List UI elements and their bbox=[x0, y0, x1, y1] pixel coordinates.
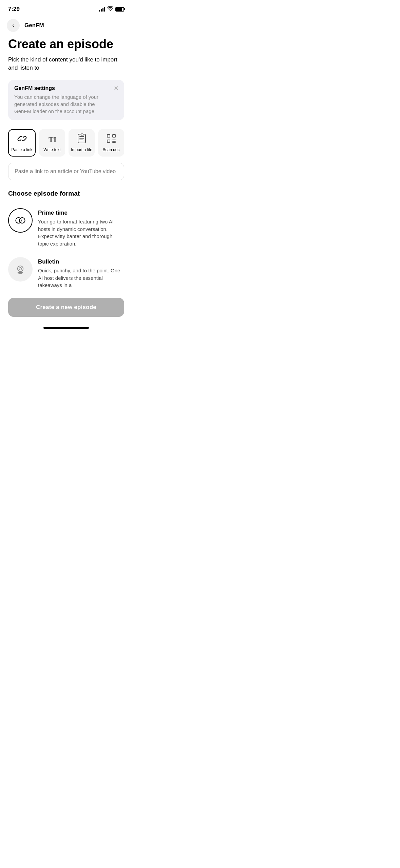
svg-rect-5 bbox=[81, 134, 83, 136]
prime-time-icon-wrap bbox=[8, 208, 33, 233]
bulletin-info: Bulletin Quick, punchy, and to the point… bbox=[38, 257, 124, 288]
svg-point-14 bbox=[18, 266, 23, 271]
paste-link-label: Paste a link bbox=[11, 147, 32, 152]
prime-time-info: Prime time Your go-to format featuring t… bbox=[38, 208, 124, 248]
status-icons bbox=[99, 6, 124, 12]
settings-banner: GenFM settings You can change the langua… bbox=[8, 80, 124, 120]
nav-title: GenFM bbox=[24, 22, 44, 29]
svg-rect-8 bbox=[107, 140, 110, 143]
back-button[interactable]: ‹ bbox=[7, 19, 20, 32]
bulletin-desc: Quick, punchy, and to the point. One AI … bbox=[38, 267, 124, 288]
scan-doc-button[interactable]: Scan doc bbox=[98, 129, 124, 157]
page-title: Create an episode bbox=[8, 37, 124, 51]
episode-format-title: Choose episode format bbox=[8, 190, 124, 197]
back-chevron-icon: ‹ bbox=[12, 22, 14, 29]
nav-bar: ‹ GenFM bbox=[0, 16, 132, 36]
format-list: Prime time Your go-to format featuring t… bbox=[8, 203, 124, 292]
home-bar bbox=[43, 327, 89, 329]
episode-format-section: Choose episode format Prime time Your go… bbox=[8, 190, 124, 292]
url-input[interactable] bbox=[8, 163, 124, 180]
svg-rect-7 bbox=[113, 134, 115, 137]
settings-banner-body: You can change the language of your gene… bbox=[14, 93, 109, 115]
import-file-label: Import a file bbox=[71, 147, 92, 152]
scan-doc-label: Scan doc bbox=[102, 147, 119, 152]
text-icon: TI bbox=[47, 133, 58, 145]
prime-time-desc: Your go-to format featuring two AI hosts… bbox=[38, 218, 124, 248]
paste-link-button[interactable]: Paste a link bbox=[8, 129, 36, 157]
write-text-button[interactable]: TI Write text bbox=[39, 129, 65, 157]
link-icon bbox=[17, 133, 27, 145]
write-text-label: Write text bbox=[43, 147, 60, 152]
create-episode-button[interactable]: Create a new episode bbox=[8, 298, 124, 317]
main-content: Create an episode Pick the kind of conte… bbox=[0, 36, 132, 292]
scan-icon bbox=[106, 133, 117, 145]
bottom-bar: Create a new episode bbox=[0, 292, 132, 327]
battery-icon bbox=[115, 7, 124, 12]
signal-icon bbox=[99, 7, 105, 12]
file-icon bbox=[76, 133, 87, 145]
wifi-icon bbox=[107, 6, 113, 12]
svg-text:TI: TI bbox=[49, 135, 56, 144]
prime-time-name: Prime time bbox=[38, 210, 124, 216]
url-input-container bbox=[8, 163, 124, 180]
svg-point-15 bbox=[19, 267, 21, 270]
format-item-bulletin[interactable]: Bulletin Quick, punchy, and to the point… bbox=[8, 252, 124, 292]
bulletin-name: Bulletin bbox=[38, 258, 124, 265]
settings-banner-title: GenFM settings bbox=[14, 85, 109, 91]
import-file-button[interactable]: Import a file bbox=[69, 129, 95, 157]
close-banner-button[interactable]: ✕ bbox=[113, 85, 119, 92]
home-indicator bbox=[0, 327, 132, 331]
page-subtitle: Pick the kind of content you'd like to i… bbox=[8, 56, 124, 72]
status-time: 7:29 bbox=[8, 6, 20, 13]
bulletin-icon-wrap bbox=[8, 257, 33, 282]
format-item-prime-time[interactable]: Prime time Your go-to format featuring t… bbox=[8, 203, 124, 252]
svg-rect-6 bbox=[107, 134, 110, 137]
content-type-row: Paste a link TI Write text bbox=[8, 129, 124, 157]
status-bar: 7:29 bbox=[0, 0, 132, 16]
